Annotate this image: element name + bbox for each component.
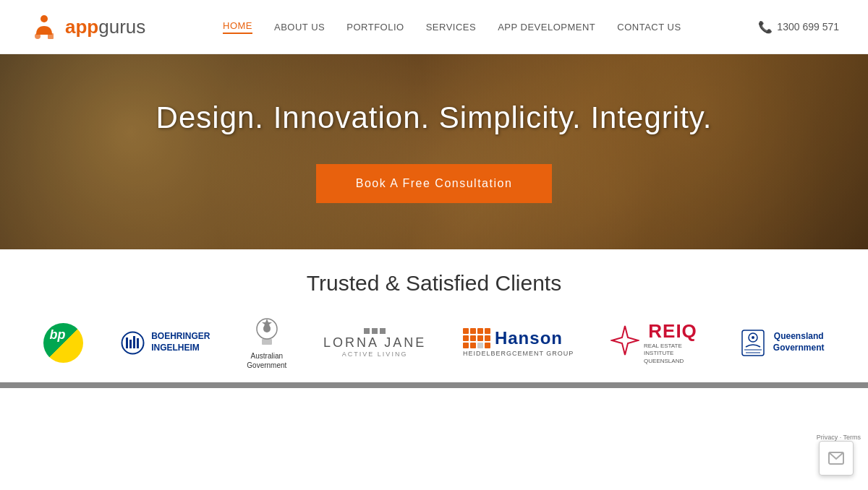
hanson-sub-name: HEIDELBERGCEMENT Group	[463, 350, 574, 357]
reiq-diamond-icon	[610, 324, 639, 361]
svg-rect-2	[48, 33, 54, 39]
qldgov-crest-icon	[739, 327, 767, 359]
phone-number: 1300 699 571	[777, 21, 839, 33]
reiq-full-name: REAL ESTATE INSTITUTEQUEENSLAND	[644, 343, 702, 365]
ausgov-text: AustralianGovernment	[247, 351, 286, 370]
boehringer-text: BoehringerIngelheim	[151, 331, 210, 353]
svg-rect-7	[137, 338, 139, 348]
svg-point-3	[122, 332, 144, 353]
logo[interactable]: appgurus	[29, 12, 145, 42]
book-consultation-button[interactable]: Book A Free Consultation	[316, 164, 553, 203]
site-header: appgurus HOME ABOUT US PORTFOLIO SERVICE…	[0, 0, 868, 54]
boehringer-icon	[120, 330, 145, 356]
nav-services[interactable]: SERVICES	[426, 22, 477, 33]
bp-text: bp	[49, 327, 65, 343]
svg-rect-5	[129, 340, 132, 348]
clients-section: Trusted & Satisfied Clients bp Boehring	[0, 249, 868, 382]
client-logo-hanson: Hanson HEIDELBERGCEMENT Group	[456, 317, 581, 368]
nav-portfolio[interactable]: PORTFOLIO	[346, 22, 404, 33]
svg-rect-11	[742, 330, 764, 356]
nav-home[interactable]: HOME	[223, 20, 252, 34]
svg-rect-4	[126, 338, 128, 348]
client-logo-lornajane: LORNA JANE ACTIVE LIVING	[316, 317, 433, 368]
bottom-strip	[0, 382, 868, 388]
logo-text: appgurus	[65, 16, 145, 38]
svg-rect-6	[133, 336, 135, 348]
main-nav: HOME ABOUT US PORTFOLIO SERVICES APP DEV…	[223, 20, 681, 34]
client-logo-qldgov: QueenslandGovernment	[731, 317, 832, 368]
hero-background	[0, 54, 868, 249]
svg-rect-10	[262, 339, 272, 345]
nav-app-dev[interactable]: APP DEVELOPMENT	[498, 22, 595, 33]
svg-point-1	[35, 33, 41, 39]
client-logo-reiq: REIQ REAL ESTATE INSTITUTEQUEENSLAND	[603, 317, 709, 368]
clients-title: Trusted & Satisfied Clients	[29, 271, 839, 296]
hanson-grid-icon	[463, 328, 490, 348]
phone-icon: 📞	[758, 20, 773, 34]
ausgov-crest-icon	[253, 316, 281, 348]
hero-section: Design. Innovation. Simplicity. Integrit…	[0, 54, 868, 249]
phone-area: 📞 1300 699 571	[758, 20, 839, 34]
lornajane-brand-name: LORNA JANE	[323, 335, 426, 351]
qldgov-text: QueenslandGovernment	[773, 331, 825, 353]
lorna-squares-icon	[364, 328, 386, 334]
client-logo-ausgov: AustralianGovernment	[239, 317, 294, 368]
hanson-brand-name: Hanson	[495, 328, 563, 348]
nav-contact[interactable]: CONTACT US	[617, 22, 681, 33]
client-logo-boehringer: BoehringerIngelheim	[113, 317, 217, 368]
hero-headline: Design. Innovation. Simplicity. Integrit…	[156, 100, 712, 135]
reiq-brand-name: REIQ	[644, 320, 702, 343]
logo-icon	[29, 12, 59, 42]
svg-point-13	[752, 336, 754, 339]
nav-about[interactable]: ABOUT US	[274, 22, 325, 33]
client-logo-bp: bp	[36, 317, 90, 368]
clients-logos-row: bp BoehringerIngelheim	[29, 317, 839, 368]
lornajane-tagline: ACTIVE LIVING	[342, 351, 408, 358]
svg-point-0	[41, 15, 48, 22]
